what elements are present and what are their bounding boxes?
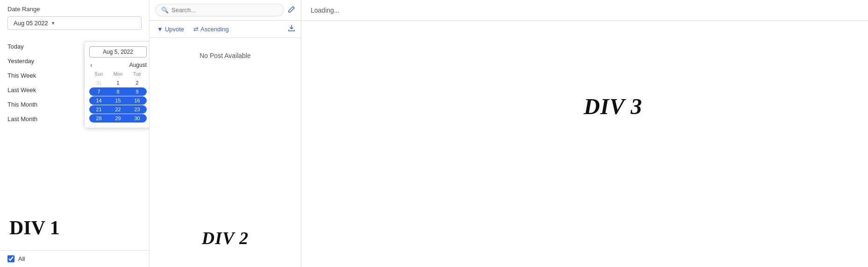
cal-cell-15[interactable]: 15 — [108, 96, 128, 105]
calendar-row-5: 28 29 30 — [89, 114, 147, 123]
cal-cell-2[interactable]: 2 — [128, 79, 147, 87]
search-input-wrapper[interactable]: 🔍 — [155, 4, 284, 16]
cal-cell-28[interactable]: 28 — [89, 114, 108, 123]
calendar-row-2: 7 8 9 — [89, 87, 147, 96]
calendar-prev-btn[interactable]: ‹ — [89, 61, 93, 69]
div3-label: DIV 3 — [583, 94, 642, 119]
cal-cell-23[interactable]: 23 — [128, 105, 147, 114]
chevron-down-icon: ▼ — [51, 21, 56, 26]
loading-text: Loading... — [301, 0, 868, 21]
cal-cell-1[interactable]: 1 — [108, 79, 128, 87]
filter-label: Upvote — [165, 26, 184, 33]
calendar-popup: Aug 5, 2022 ‹ August Sun Mon Tue 31 1 2 … — [84, 41, 149, 128]
search-bar: 🔍 — [149, 0, 301, 21]
cal-cell-21[interactable]: 21 — [89, 105, 108, 114]
cal-cell-7[interactable]: 7 — [89, 87, 108, 96]
sort-button[interactable]: ⇄ Ascending — [192, 25, 231, 34]
middle-panel: 🔍 ▼ Upvote ⇄ Ascending No Post Available… — [149, 0, 301, 267]
upvote-filter-button[interactable]: ▼ Upvote — [155, 25, 186, 34]
dow-mon: Mon — [108, 71, 128, 78]
all-checkbox-bar: All — [0, 250, 149, 267]
right-panel: Loading... DIV 3 — [301, 0, 868, 267]
no-post-message: No Post Available — [149, 38, 301, 73]
filter-icon: ▼ — [157, 26, 163, 33]
cal-cell-30[interactable]: 30 — [128, 114, 147, 123]
dow-sun: Sun — [89, 71, 108, 78]
cal-cell-16[interactable]: 16 — [128, 96, 147, 105]
date-range-button[interactable]: Aug 05 2022 ▼ — [7, 16, 142, 30]
calendar-month-label: August — [129, 62, 147, 68]
download-button[interactable] — [288, 24, 295, 34]
div2-label: DIV 2 — [202, 228, 249, 248]
calendar-row-4: 21 22 23 — [89, 105, 147, 114]
cal-cell-29[interactable]: 29 — [108, 114, 128, 123]
dow-tue: Tue — [128, 71, 147, 78]
cal-cell-22[interactable]: 22 — [108, 105, 128, 114]
sort-label: Ascending — [200, 26, 229, 33]
cal-cell-31[interactable]: 31 — [89, 79, 108, 87]
calendar-row-3: 14 15 16 — [89, 96, 147, 105]
cal-cell-9[interactable]: 9 — [128, 87, 147, 96]
all-checkbox[interactable] — [7, 255, 14, 262]
calendar-nav: ‹ August — [89, 61, 147, 69]
date-range-label: Date Range — [0, 0, 149, 16]
all-checkbox-label: All — [18, 255, 25, 262]
edit-icon-button[interactable] — [288, 6, 295, 15]
left-sidebar: Date Range Aug 05 2022 ▼ Aug 5, 2022 ‹ A… — [0, 0, 149, 267]
search-icon: 🔍 — [161, 7, 169, 14]
date-range-value: Aug 05 2022 — [14, 20, 48, 27]
calendar-row-1: 31 1 2 — [89, 79, 147, 87]
div1-label: DIV 1 — [9, 216, 60, 239]
selected-date-display: Aug 5, 2022 — [89, 46, 147, 58]
cal-cell-8[interactable]: 8 — [108, 87, 128, 96]
search-input[interactable] — [171, 7, 278, 14]
filter-bar: ▼ Upvote ⇄ Ascending — [149, 21, 301, 38]
sort-icon: ⇄ — [193, 26, 199, 33]
cal-cell-14[interactable]: 14 — [89, 96, 108, 105]
calendar-day-headers: Sun Mon Tue — [89, 71, 147, 78]
